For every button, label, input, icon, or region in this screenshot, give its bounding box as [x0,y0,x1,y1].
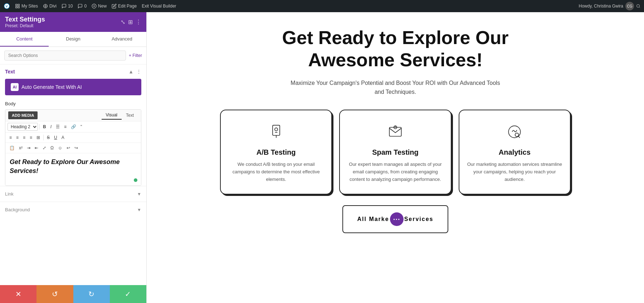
svg-line-21 [518,136,520,138]
right-content: Get Ready to Explore Our Awesome Service… [147,12,644,303]
align-right-btn[interactable]: ≡ [21,134,27,141]
strikethrough-btn[interactable]: S [45,134,52,141]
editor-top-row: ADD MEDIA Visual Text [5,110,141,121]
ol-button[interactable]: ≡ [62,123,68,130]
panel-header: Text Settings Preset: Default ⤡ ⊞ ⋮ [0,12,146,32]
tab-content[interactable]: Content [0,32,49,47]
indent-in-btn[interactable]: ⇥ [25,144,32,152]
fullscreen-btn[interactable]: ⤢ [41,144,48,152]
indent-out-btn[interactable]: ⇤ [33,144,40,152]
spam-testing-card: Spam Testing Our expert team manages all… [339,110,451,194]
panel-menu-icon[interactable]: ⋮ [136,19,141,25]
all-services-text-2: Services [404,216,434,222]
howdy-item[interactable]: Howdy, Christina Gwira CG [579,2,640,10]
redo-btn[interactable]: ↪ [73,144,80,152]
cards-row: A/B Testing We conduct A/B testing on yo… [220,110,571,194]
format-divider-1 [39,124,40,130]
background-section[interactable]: Background ▼ [0,202,146,217]
link-section[interactable]: Link ▼ [0,186,146,202]
format-divider-2 [43,135,44,140]
bold-button[interactable]: B [41,123,48,130]
svg-rect-3 [18,6,19,8]
search-bar: + Filter [0,47,146,64]
table-btn[interactable]: ⊞ [35,134,42,141]
close-button[interactable]: ✕ [0,285,36,303]
link-button[interactable]: 🔗 [69,123,78,130]
save-button[interactable]: ✓ [110,285,146,303]
filter-button[interactable]: + Filter [129,53,142,58]
panel-title: Text Settings [5,16,45,23]
redo-history-button[interactable]: ↻ [73,285,110,303]
my-sites-label: My Sites [21,4,38,9]
edit-page-item[interactable]: Edit Page [112,4,137,9]
special-char-btn[interactable]: Ω [49,144,55,152]
panel-grid-icon[interactable]: ⊞ [128,19,133,25]
align-left-btn[interactable]: ≡ [8,134,14,141]
exit-builder-label: Exit Visual Builder [142,4,176,9]
subscript-btn[interactable]: x² [17,144,24,152]
color-btn[interactable]: A [60,134,66,141]
purple-dots-overlay: ··· [390,212,404,226]
section-more-btn[interactable]: ⋮ [136,69,141,74]
text-tab[interactable]: Text [122,111,138,120]
underline-btn[interactable]: U [52,134,59,141]
blockquote-button[interactable]: " [79,123,84,130]
panel-title-block: Text Settings Preset: Default [5,16,45,28]
align-center-btn[interactable]: ≡ [14,134,20,141]
search-options-input[interactable] [4,50,126,61]
analytics-title: Analytics [499,148,531,157]
divi-label: Divi [49,4,57,9]
panel-tabs: Content Design Advanced [0,32,146,47]
add-media-button[interactable]: ADD MEDIA [8,111,38,119]
align-justify-btn[interactable]: ≡ [28,134,34,141]
ai-btn-label: Auto Generate Text With AI [21,84,82,90]
view-tabs: Visual Text [102,111,138,120]
panel-header-icons: ⤡ ⊞ ⋮ [121,19,141,25]
my-sites-item[interactable]: My Sites [15,4,38,9]
ai-generate-button[interactable]: AI Auto Generate Text With AI [5,79,141,95]
comments-count-item[interactable]: 10 [62,4,73,9]
svg-point-9 [637,5,640,8]
section-collapse-btn[interactable]: ▲ [128,69,133,74]
wp-admin-bar: My Sites Divi 10 0 New Edit Page Exit Vi… [0,0,644,12]
svg-rect-4 [16,6,17,8]
heading-select[interactable]: Heading 2 [8,123,38,131]
format-bar-2: ≡ ≡ ≡ ≡ ⊞ S U A [5,133,141,143]
exit-builder-item[interactable]: Exit Visual Builder [142,4,176,9]
section-icons: ▲ ⋮ [128,69,141,74]
ab-testing-icon [265,121,287,143]
avatar: CG [625,2,634,10]
undo-btn[interactable]: ↩ [65,144,72,152]
analytics-icon [504,121,525,143]
tab-design[interactable]: Design [49,32,97,47]
link-chevron-icon: ▼ [137,192,141,197]
main-layout: Text Settings Preset: Default ⤡ ⊞ ⋮ Cont… [0,12,644,303]
spam-testing-title: Spam Testing [372,148,419,157]
divi-item[interactable]: Divi [43,4,57,9]
body-label: Body [0,100,146,109]
background-chevron-icon: ▼ [137,207,141,212]
comment-icon-item[interactable]: 0 [78,4,87,9]
green-dot-indicator [134,178,137,182]
ul-button[interactable]: ☰ [54,123,62,130]
copy-btn[interactable]: 📋 [8,144,16,152]
editor-content[interactable]: Get Ready to Explore Our Awesome Service… [5,153,141,186]
visual-tab[interactable]: Visual [102,111,122,120]
ab-testing-card: A/B Testing We conduct A/B testing on yo… [220,110,332,194]
svg-rect-2 [18,4,19,6]
wp-logo-item[interactable] [4,3,10,9]
panel-resize-icon[interactable]: ⤡ [121,19,125,25]
page-subheading: Maximize Your Campaign's Potential and B… [288,78,503,97]
svg-point-12 [274,128,277,131]
spam-testing-icon [385,121,406,143]
tab-advanced[interactable]: Advanced [98,32,146,47]
all-services-button[interactable]: All Marke ··· Services [342,205,449,233]
emoji-btn[interactable]: ☺ [56,144,64,152]
new-item[interactable]: New [92,4,107,9]
comment-icon-count: 0 [84,4,87,9]
format-bar-1: Heading 2 B I ☰ ≡ 🔗 " [5,121,141,133]
undo-history-button[interactable]: ↺ [36,285,73,303]
italic-button[interactable]: I [49,123,53,130]
new-label: New [98,4,107,9]
svg-rect-1 [16,4,17,6]
